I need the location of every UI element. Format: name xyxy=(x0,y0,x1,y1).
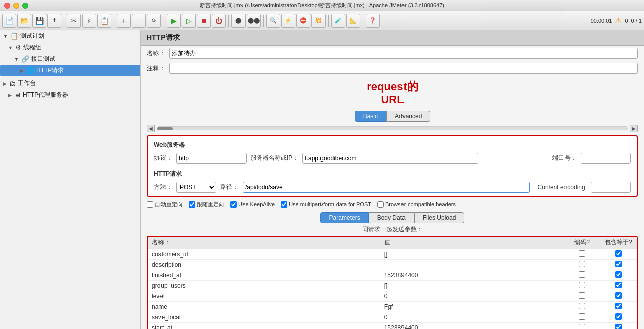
interface-test-icon: 🔗 xyxy=(21,55,29,63)
follow-redirect-checkbox[interactable]: 跟随重定向 xyxy=(189,201,224,208)
comment-label: 注释： xyxy=(147,64,165,73)
row-include[interactable] xyxy=(600,322,637,329)
paste-button[interactable]: 📋 xyxy=(97,14,111,28)
sidebar-item-interface-test[interactable]: ▼ 🔗 接口测试 xyxy=(0,53,140,65)
row-name: customers_id xyxy=(148,249,380,259)
encoding-input[interactable] xyxy=(591,182,631,193)
sep6 xyxy=(328,15,329,27)
tab-basic[interactable]: Basic xyxy=(355,111,386,122)
row-value: Fgf xyxy=(380,301,564,312)
panel-header: HTTP请求 xyxy=(141,30,644,46)
shutdown-button[interactable]: ⏻ xyxy=(212,14,226,28)
maximize-button[interactable] xyxy=(22,3,28,9)
sidebar-label-thread-group: 线程组 xyxy=(23,43,41,52)
remote-stop-button[interactable]: ⛔ xyxy=(296,14,310,28)
stop-button[interactable]: ⏹ xyxy=(197,14,211,28)
row-name: start_at xyxy=(148,322,380,329)
row-encode[interactable] xyxy=(564,280,600,291)
http-request-icon: 🌐 xyxy=(26,67,34,74)
tab-advanced[interactable]: Advanced xyxy=(386,111,430,122)
row-name: save_local xyxy=(148,312,380,322)
name-input[interactable] xyxy=(169,48,638,59)
row-encode[interactable] xyxy=(564,259,600,270)
close-button[interactable] xyxy=(4,3,10,9)
http-request-section-label: HTTP请求 xyxy=(154,168,185,180)
cut-button[interactable]: ✂ xyxy=(67,14,81,28)
auto-redirect-checkbox[interactable]: 自动重定向 xyxy=(147,201,183,208)
help-button[interactable]: ❓ xyxy=(366,14,380,28)
sidebar-label-test-plan: 测试计划 xyxy=(20,32,44,40)
expand-button[interactable]: + xyxy=(117,14,131,28)
web-server-box: Web服务器 协议： 服务器名称或IP： 端口号： HTTP请求 方法： xyxy=(147,135,638,197)
tab-files-upload[interactable]: Files Upload xyxy=(414,212,465,223)
sidebar-item-test-plan[interactable]: ▼ 📋 测试计划 xyxy=(0,30,140,42)
window-controls[interactable] xyxy=(4,3,28,9)
col-header-value: 值 xyxy=(380,237,564,249)
sidebar-item-workbench[interactable]: ▶ 🗂 工作台 xyxy=(0,77,140,89)
expand-arrow-interface-test: ▼ xyxy=(14,57,19,62)
sidebar-label-http-request: HTTP请求 xyxy=(36,66,64,75)
tab-parameters[interactable]: Parameters xyxy=(320,212,369,223)
saveas-button[interactable]: ⬆ xyxy=(47,14,61,28)
toggle-button[interactable]: ⟳ xyxy=(147,14,161,28)
col-header-encode: 编码? xyxy=(564,237,600,249)
row-encode[interactable] xyxy=(564,322,600,329)
path-input[interactable] xyxy=(243,182,530,193)
func-test-button[interactable]: 🧪 xyxy=(331,14,345,28)
param-subtitle: 同请求一起发送参数： xyxy=(141,224,644,235)
expand-arrow-thread-group: ▼ xyxy=(8,45,13,50)
panel-title: HTTP请求 xyxy=(147,33,180,41)
server-input[interactable] xyxy=(302,153,478,164)
multipart-checkbox[interactable]: Use multipart/form-data for POST xyxy=(281,201,371,208)
http-request-fields-row: 方法： POST GET PUT DELETE 路径： Content enco… xyxy=(151,181,634,194)
row-include[interactable] xyxy=(600,249,637,259)
row-include[interactable] xyxy=(600,312,637,322)
method-select[interactable]: POST GET PUT DELETE xyxy=(176,182,216,193)
template-button[interactable]: 📐 xyxy=(346,14,360,28)
row-value: 0 xyxy=(380,312,564,322)
row-include[interactable] xyxy=(600,280,637,291)
timer-display: 00:00:01 xyxy=(591,18,612,24)
row-include[interactable] xyxy=(600,291,637,301)
row-encode[interactable] xyxy=(564,301,600,312)
row-include[interactable] xyxy=(600,259,637,270)
title-bar: 断言持续时间.jmx (/Users/administrator/Desktop… xyxy=(0,0,644,11)
scroll-left-btn[interactable]: ◀ xyxy=(147,125,155,132)
sidebar-item-http-proxy[interactable]: ▶ 🖥 HTTP代理服务器 xyxy=(0,89,140,101)
path-label: 路径： xyxy=(220,183,238,191)
row-encode[interactable] xyxy=(564,312,600,322)
protocol-input[interactable] xyxy=(176,153,247,164)
web-server-fields-row: 协议： 服务器名称或IP： 端口号： xyxy=(151,152,634,165)
sidebar-item-thread-group[interactable]: ▼ ⚙ 线程组 xyxy=(0,42,140,53)
start-no-pause-button[interactable]: ▷ xyxy=(182,14,196,28)
comment-input[interactable] xyxy=(169,63,638,74)
table-row: level 0 xyxy=(148,291,637,301)
clear-all-button[interactable]: ⬤⬤ xyxy=(247,14,261,28)
row-encode[interactable] xyxy=(564,249,600,259)
remote-shutdown-button[interactable]: 💥 xyxy=(311,14,326,28)
keepalive-checkbox[interactable]: Use KeepAlive xyxy=(230,201,275,208)
collapse-button[interactable]: − xyxy=(132,14,146,28)
sep5 xyxy=(263,15,264,27)
sidebar-item-http-request[interactable]: ▶ 🌐 HTTP请求 xyxy=(0,65,140,76)
row-include[interactable] xyxy=(600,270,637,280)
browser-compat-checkbox[interactable]: Browser-compatible headers xyxy=(377,201,456,208)
copy-button[interactable]: ⎘ xyxy=(82,14,96,28)
tab-body-data[interactable]: Body Data xyxy=(369,212,414,223)
new-button[interactable]: 📄 xyxy=(2,14,16,28)
row-value: 1523894400 xyxy=(380,270,564,280)
search-button[interactable]: 🔍 xyxy=(266,14,280,28)
scroll-right-btn[interactable]: ▶ xyxy=(630,125,638,132)
start-button[interactable]: ▶ xyxy=(167,14,181,28)
port-input[interactable] xyxy=(581,153,631,164)
checkbox-row: 自动重定向 跟随重定向 Use KeepAlive Use multipart/… xyxy=(141,199,644,210)
remote-start-button[interactable]: ⚡ xyxy=(281,14,295,28)
minimize-button[interactable] xyxy=(13,3,19,9)
row-encode[interactable] xyxy=(564,270,600,280)
open-button[interactable]: 📂 xyxy=(17,14,31,28)
row-include[interactable] xyxy=(600,301,637,312)
row-encode[interactable] xyxy=(564,291,600,301)
web-server-inner: Web服务器 协议： 服务器名称或IP： 端口号： HTTP请求 方法： xyxy=(148,136,637,196)
clear-button[interactable]: ⬤ xyxy=(231,14,246,28)
save-button[interactable]: 💾 xyxy=(32,14,46,28)
